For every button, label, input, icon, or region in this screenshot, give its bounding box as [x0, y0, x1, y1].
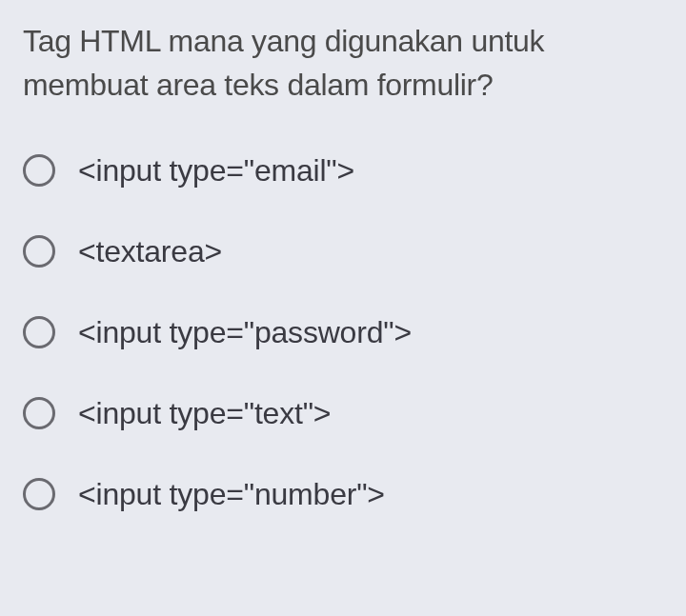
radio-icon [23, 235, 55, 268]
option-label: <input type="number"> [78, 477, 385, 512]
options-list: <input type="email"> <textarea> <input t… [23, 153, 663, 512]
radio-icon [23, 397, 55, 429]
option-4[interactable]: <input type="text"> [23, 396, 663, 431]
question-text: Tag HTML mana yang digunakan untuk membu… [23, 19, 663, 108]
option-label: <input type="email"> [78, 153, 354, 189]
option-3[interactable]: <input type="password"> [23, 315, 663, 350]
radio-icon [23, 478, 55, 510]
option-1[interactable]: <input type="email"> [23, 153, 663, 189]
option-label: <input type="password"> [78, 315, 412, 350]
option-5[interactable]: <input type="number"> [23, 477, 663, 512]
radio-icon [23, 316, 55, 348]
option-label: <textarea> [78, 234, 222, 269]
option-label: <input type="text"> [78, 396, 331, 431]
radio-icon [23, 154, 55, 187]
option-2[interactable]: <textarea> [23, 234, 663, 269]
